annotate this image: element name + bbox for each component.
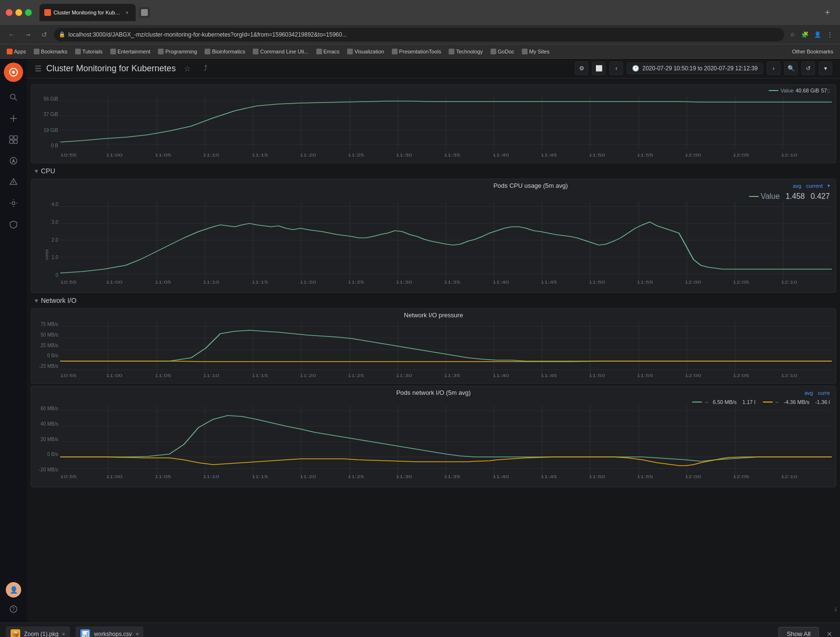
bottom-bar: 📦 Zoom (1).pkg ▾ 📊 workshops.csv ▾ Show … — [0, 623, 840, 637]
programming-label: Programming — [165, 49, 197, 54]
new-tab-button[interactable]: + — [821, 6, 834, 19]
active-tab[interactable]: Cluster Monitoring for Kubernetes × — [39, 4, 136, 21]
bookmarks-icon — [34, 49, 39, 54]
bookmark-technology[interactable]: Technology — [446, 48, 486, 55]
refresh-button[interactable]: ↺ — [801, 62, 815, 75]
address-bar[interactable]: 🔒 localhost:3000/d/JABGX_-mz/cluster-mon… — [54, 28, 784, 41]
tab-favicon — [44, 9, 51, 16]
svg-text:10:55: 10:55 — [60, 153, 77, 157]
close-traffic-light[interactable] — [6, 9, 13, 16]
csv-file-icon: 📊 — [80, 629, 90, 637]
bookmark-tutorials[interactable]: Tutorials — [72, 48, 105, 55]
sidebar-help-button[interactable]: ? — [4, 599, 23, 619]
tutorials-icon — [75, 49, 81, 54]
memory-y-label-2: 19 GiB — [35, 128, 58, 133]
svg-text:10:55: 10:55 — [60, 373, 77, 377]
svg-text:11:35: 11:35 — [444, 280, 460, 284]
svg-text:11:20: 11:20 — [300, 280, 316, 284]
sidebar-explore-button[interactable] — [4, 151, 23, 170]
svg-text:11:00: 11:00 — [106, 474, 122, 479]
workshops-collapse-icon[interactable]: ▾ — [136, 631, 139, 637]
bookmark-bookmarks[interactable]: Bookmarks — [31, 48, 70, 55]
sidebar-search-button[interactable] — [4, 88, 23, 107]
next-time-button[interactable]: › — [767, 62, 780, 75]
reload-button[interactable]: ↺ — [38, 28, 51, 41]
share-button[interactable]: ⤴ — [199, 62, 212, 75]
svg-point-14 — [12, 202, 15, 205]
svg-text:11:15: 11:15 — [252, 474, 268, 479]
download-item-workshops[interactable]: 📊 workshops.csv ▾ — [76, 626, 143, 637]
network-section-header[interactable]: ▾ Network I/O — [27, 295, 840, 306]
cpu-current-dropdown-icon[interactable]: ▾ — [827, 183, 830, 188]
sidebar-settings-button[interactable] — [4, 194, 23, 213]
time-range-picker[interactable]: 🕐 2020-07-29 10:50:19 to 2020-07-29 12:1… — [627, 63, 763, 74]
bookmark-entertainment[interactable]: Entertainment — [107, 48, 153, 55]
tab-icon[interactable] — [139, 7, 150, 18]
pods-in-symbol: ← — [775, 399, 780, 405]
svg-text:12:10: 12:10 — [781, 474, 797, 479]
svg-text:11:05: 11:05 — [155, 153, 171, 157]
extensions-icon[interactable]: 🧩 — [800, 29, 810, 40]
settings-button[interactable]: ⚙ — [575, 62, 588, 75]
svg-text:11:55: 11:55 — [637, 280, 653, 284]
entertainment-label: Entertainment — [117, 49, 150, 54]
bookmark-emacs[interactable]: Emacs — [313, 48, 343, 55]
sidebar-add-button[interactable] — [4, 109, 23, 128]
cpu-section-header[interactable]: ▾ CPU — [27, 165, 840, 177]
bookmark-other[interactable]: Other Bookmarks — [789, 48, 836, 55]
memory-chart: 10:55 11:00 11:05 11:10 11:15 11:20 11:2… — [60, 96, 832, 159]
zoom-out-button[interactable]: 🔍 — [784, 62, 798, 75]
svg-text:12:00: 12:00 — [685, 280, 701, 284]
menu-toggle-icon[interactable]: ☰ — [35, 64, 41, 73]
svg-text:11:15: 11:15 — [252, 280, 268, 284]
np-y-1: 50 MB/s — [35, 332, 58, 338]
refresh-dropdown[interactable]: ▾ — [819, 62, 832, 75]
bookmark-bioinformatics[interactable]: Bioinformatics — [202, 48, 248, 55]
bookmark-godoc[interactable]: GoDoc — [488, 48, 517, 55]
bottom-bar-close-button[interactable]: ✕ — [825, 628, 834, 637]
minimize-traffic-light[interactable] — [15, 9, 22, 16]
forward-button[interactable]: → — [21, 28, 35, 41]
svg-text:11:35: 11:35 — [444, 474, 460, 479]
bookmark-apps[interactable]: Apps — [4, 48, 29, 55]
bookmark-visualization[interactable]: Visualization — [344, 48, 387, 55]
download-item-zoom[interactable]: 📦 Zoom (1).pkg ▾ — [6, 626, 70, 637]
display-button[interactable]: ⬜ — [592, 62, 606, 75]
bookmark-icon[interactable]: ☆ — [787, 29, 798, 40]
pods-in-avg: -4.36 MB/s — [784, 399, 809, 405]
sidebar-shield-button[interactable] — [4, 215, 23, 234]
star-button[interactable]: ☆ — [181, 62, 194, 75]
godoc-icon — [491, 49, 496, 54]
pods-network-curr-label: curre — [818, 390, 830, 396]
svg-text:11:50: 11:50 — [589, 280, 605, 284]
dashboard-content: Value 40.68 GiB 57:: 56 GiB 37 GiB 19 Gi… — [27, 78, 840, 623]
grafana-logo[interactable] — [4, 63, 23, 82]
memory-panel-header: Value 40.68 GiB 57:: — [31, 85, 836, 96]
bookmark-cmdline[interactable]: Command Line Uti... — [250, 48, 311, 55]
pods-network-y-labels: 60 MB/s 40 MB/s 20 MB/s 0 B/s -20 MB/s — [35, 406, 58, 473]
show-all-button[interactable]: Show All — [778, 627, 819, 637]
zoom-collapse-icon[interactable]: ▾ — [62, 631, 65, 637]
user-avatar[interactable]: 👤 — [6, 582, 21, 598]
maximize-traffic-light[interactable] — [25, 9, 32, 16]
menu-icon[interactable]: ⋮ — [825, 29, 835, 40]
sidebar-alerting-button[interactable] — [4, 172, 23, 192]
prev-time-button[interactable]: ‹ — [609, 62, 623, 75]
bookmark-programming[interactable]: Programming — [155, 48, 200, 55]
memory-y-label-1: 37 GiB — [35, 112, 58, 117]
profile-icon[interactable]: 👤 — [812, 29, 823, 40]
bookmark-mysites[interactable]: My Sites — [519, 48, 552, 55]
sidebar-dashboards-button[interactable] — [4, 130, 23, 149]
svg-text:11:25: 11:25 — [348, 373, 364, 377]
svg-marker-11 — [12, 158, 15, 163]
svg-text:11:50: 11:50 — [589, 474, 605, 479]
back-button[interactable]: ← — [5, 28, 18, 41]
np-y-0: 75 MB/s — [35, 322, 58, 327]
zoom-file-name: Zoom (1).pkg — [24, 631, 58, 637]
tab-close-button[interactable]: × — [123, 9, 131, 16]
svg-text:12:10: 12:10 — [781, 280, 797, 284]
grafana-app: 👤 ? ☰ Cluster Monitoring for Kubernetes … — [0, 59, 840, 623]
svg-text:12:10: 12:10 — [781, 373, 797, 377]
bookmark-presentation[interactable]: PresentationTools — [389, 48, 444, 55]
np-y-4: -25 MB/s — [35, 364, 58, 369]
